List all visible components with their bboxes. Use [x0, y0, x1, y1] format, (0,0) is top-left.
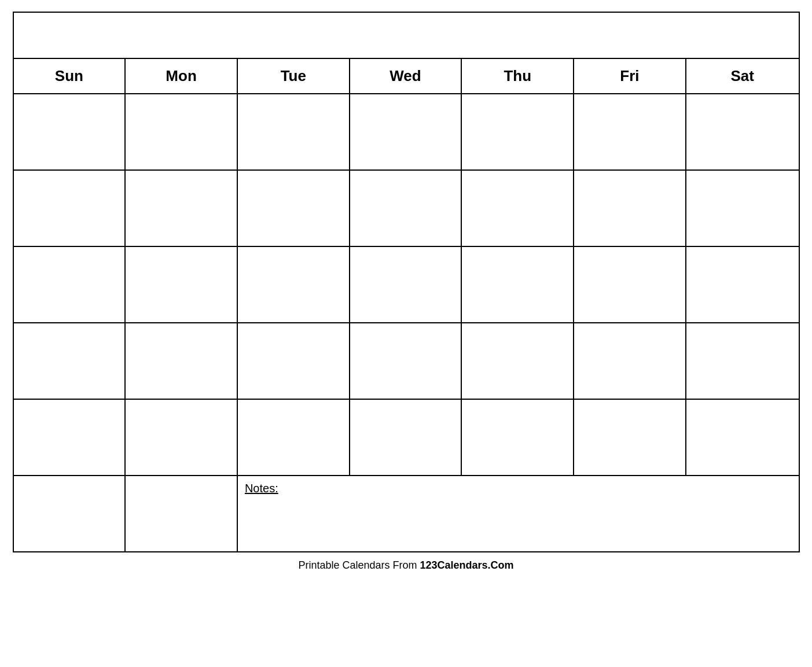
- cell-r1-wed: [350, 94, 462, 169]
- calendar-title-row: [14, 13, 799, 59]
- cell-r3-sat: [686, 247, 799, 322]
- calendar-row-5: [14, 400, 799, 476]
- cell-r3-thu: [462, 247, 574, 322]
- calendar-header: Sun Mon Tue Wed Thu Fri Sat: [14, 59, 799, 94]
- cell-r5-tue: [238, 400, 350, 475]
- cell-r3-wed: [350, 247, 462, 322]
- cell-r4-mon: [126, 323, 238, 399]
- cell-r5-thu: [462, 400, 574, 475]
- cell-r4-wed: [350, 323, 462, 399]
- cell-r1-fri: [574, 94, 686, 169]
- cell-r5-fri: [574, 400, 686, 475]
- cell-r2-mon: [126, 171, 238, 246]
- cell-r1-sat: [686, 94, 799, 169]
- header-mon: Mon: [126, 59, 238, 93]
- cell-r4-tue: [238, 323, 350, 399]
- cell-r2-tue: [238, 171, 350, 246]
- notes-row: Notes:: [14, 476, 799, 551]
- footer-text-bold: 123Calendars.Com: [420, 559, 514, 571]
- cell-r4-sun: [14, 323, 126, 399]
- calendar-row-1: [14, 94, 799, 171]
- cell-r5-wed: [350, 400, 462, 475]
- notes-content: Notes:: [238, 476, 799, 551]
- cell-r3-sun: [14, 247, 126, 322]
- cell-r4-thu: [462, 323, 574, 399]
- calendar-container: Sun Mon Tue Wed Thu Fri Sat: [13, 12, 800, 552]
- calendar-row-3: [14, 247, 799, 323]
- page-wrapper: Sun Mon Tue Wed Thu Fri Sat: [13, 12, 800, 574]
- cell-r3-mon: [126, 247, 238, 322]
- header-wed: Wed: [350, 59, 462, 93]
- calendar-row-4: [14, 323, 799, 400]
- cell-r1-sun: [14, 94, 126, 169]
- cell-r1-thu: [462, 94, 574, 169]
- cell-r2-thu: [462, 171, 574, 246]
- cell-r2-sat: [686, 171, 799, 246]
- notes-label: Notes:: [245, 482, 278, 495]
- notes-empty-1: [14, 476, 126, 551]
- cell-r1-tue: [238, 94, 350, 169]
- cell-r1-mon: [126, 94, 238, 169]
- header-thu: Thu: [462, 59, 574, 93]
- cell-r3-fri: [574, 247, 686, 322]
- cell-r5-sun: [14, 400, 126, 475]
- cell-r4-fri: [574, 323, 686, 399]
- footer-text-plain: Printable Calendars From: [298, 559, 420, 571]
- cell-r2-fri: [574, 171, 686, 246]
- calendar-row-2: [14, 171, 799, 247]
- header-tue: Tue: [238, 59, 350, 93]
- header-sun: Sun: [14, 59, 126, 93]
- header-fri: Fri: [574, 59, 686, 93]
- cell-r4-sat: [686, 323, 799, 399]
- cell-r2-sun: [14, 171, 126, 246]
- footer: Printable Calendars From 123Calendars.Co…: [13, 552, 800, 574]
- header-sat: Sat: [686, 59, 799, 93]
- cell-r5-mon: [126, 400, 238, 475]
- cell-r3-tue: [238, 247, 350, 322]
- calendar-body: Notes:: [14, 94, 799, 551]
- cell-r5-sat: [686, 400, 799, 475]
- cell-r2-wed: [350, 171, 462, 246]
- notes-empty-2: [126, 476, 238, 551]
